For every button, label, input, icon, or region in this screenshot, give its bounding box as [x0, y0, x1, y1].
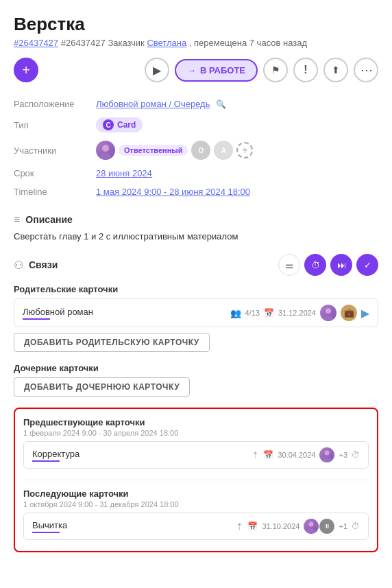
highlighted-cards-section: Предшествующие карточки 1 февраля 2024 9…	[14, 408, 378, 552]
page-container: Верстка #26437427 #26437427 Заказчик Све…	[0, 0, 392, 573]
successor-card-item: Вычитка ⇡ 📅 31.10.2024 II +1 ⏱	[23, 513, 369, 540]
predecessor-person-icon: ⇡	[252, 450, 259, 460]
parent-card-briefcase: 💼	[341, 305, 357, 321]
parent-card-underline	[23, 318, 50, 320]
svg-point-5	[323, 458, 331, 462]
location-search-icon[interactable]: 🔍	[216, 99, 226, 109]
flag-button[interactable]: ⚑	[263, 58, 288, 82]
type-label: Тип	[14, 113, 96, 137]
links-title: Связи	[29, 259, 58, 270]
alert-button[interactable]: !	[293, 58, 318, 82]
status-label: В РАБОТЕ	[200, 65, 245, 75]
links-filter-button[interactable]: ⚌	[278, 254, 300, 276]
successor-card-name[interactable]: Вычитка	[32, 520, 67, 530]
predecessor-card-avatar	[319, 447, 334, 462]
add-parent-card-button[interactable]: ДОБАВИТЬ РОДИТЕЛЬСКУЮ КАРТОЧКУ	[14, 333, 210, 352]
predecessor-calendar-icon: 📅	[263, 450, 273, 460]
successor-card-date: 31.10.2024	[262, 522, 299, 530]
links-actions: ⚌ ⏱ ⏭ ✓	[278, 254, 378, 276]
predecessor-clock-icon: ⏱	[352, 450, 360, 460]
toolbar: + ▶ → В РАБОТЕ ⚑ ! ⬆ ⋯	[14, 58, 378, 82]
add-child-card-button[interactable]: ДОБАВИТЬ ДОЧЕРНЮЮ КАРТОЧКУ	[14, 377, 190, 397]
participants-row: Участники Ответственный O A +	[14, 137, 378, 164]
child-cards-title: Дочерние карточки	[14, 363, 378, 373]
successor-clock-icon: ⏱	[352, 521, 360, 531]
participant-role[interactable]: Ответственный	[119, 145, 188, 156]
deadline-value[interactable]: 28 июня 2024	[96, 168, 152, 178]
predecessor-card-date: 30.04.2024	[278, 451, 315, 459]
svg-point-3	[323, 316, 333, 321]
svg-point-4	[325, 451, 330, 456]
links-clock-button[interactable]: ⏱	[304, 254, 326, 276]
svg-point-1	[100, 153, 111, 160]
links-check-button[interactable]: ✓	[356, 254, 378, 276]
parent-card-avatar	[320, 305, 336, 321]
parent-card-date: 31.12.2024	[278, 309, 316, 317]
play-button[interactable]: ▶	[145, 58, 169, 82]
author-link[interactable]: Светлана	[147, 38, 186, 48]
fields-table: Расположение Любовной роман / Очередь 🔍 …	[14, 95, 378, 201]
links-forward-button[interactable]: ⏭	[330, 254, 352, 276]
description-text: Сверстать главу 1 и 2 с иллюстративным м…	[14, 231, 378, 242]
issue-id-link[interactable]: #26437427	[14, 38, 58, 48]
svg-point-2	[326, 308, 331, 314]
predecessor-cards-group: Предшествующие карточки 1 февраля 2024 9…	[23, 417, 369, 469]
deadline-label: Срок	[14, 164, 96, 183]
parent-card-count: 4/13	[245, 309, 260, 317]
more-button[interactable]: ⋯	[354, 58, 378, 82]
page-subtitle: #26437427 #26437427 Заказчик Светлана , …	[14, 38, 378, 48]
predecessor-extra: +3	[339, 451, 347, 459]
successor-cards-title: Последующие карточки	[23, 489, 369, 499]
location-label: Расположение	[14, 95, 96, 113]
parent-cards-group: Родительские карточки Любовной роман 👥 4…	[14, 284, 378, 352]
type-badge[interactable]: C Card	[96, 117, 143, 132]
share-button[interactable]: ⬆	[323, 58, 348, 82]
svg-point-7	[307, 529, 315, 534]
add-button[interactable]: +	[14, 58, 38, 82]
type-value: Card	[117, 120, 136, 130]
description-section-header: ≡ Описание	[14, 213, 378, 226]
divider	[23, 480, 369, 480]
predecessor-card-underline	[32, 460, 60, 462]
predecessor-cards-title: Предшествующие карточки	[23, 417, 369, 427]
svg-point-6	[309, 522, 314, 527]
successor-card-avatar-2: II	[319, 519, 334, 534]
links-section-header: ⚇ Связи ⚌ ⏱ ⏭ ✓	[14, 254, 378, 276]
predecessor-card-item: Корректура ⇡ 📅 30.04.2024 +3 ⏱	[23, 441, 369, 469]
svg-point-0	[102, 145, 109, 152]
deadline-row: Срок 28 июня 2024	[14, 164, 378, 183]
parent-cards-title: Родительские карточки	[14, 284, 378, 294]
successor-person-icon: ⇡	[236, 521, 243, 532]
links-icon: ⚇	[14, 259, 23, 272]
child-cards-group: Дочерние карточки ДОБАВИТЬ ДОЧЕРНЮЮ КАРТ…	[14, 363, 378, 397]
successor-extra: +1	[339, 522, 347, 530]
participants-icon: 👥	[230, 308, 241, 318]
status-button[interactable]: → В РАБОТЕ	[175, 59, 258, 82]
location-value[interactable]: Любовной роман / Очередь	[96, 99, 210, 109]
add-participant-button[interactable]: +	[236, 142, 253, 158]
timeline-label: Timeline	[14, 183, 96, 201]
participant-avatar-3[interactable]: A	[214, 141, 233, 160]
successor-subtitle: 1 октября 2024 9:00 - 31 декабря 2024 18…	[23, 500, 369, 508]
parent-card-play-icon[interactable]: ▶	[361, 307, 369, 320]
location-row: Расположение Любовной роман / Очередь 🔍	[14, 95, 378, 113]
page-title: Верстка	[14, 14, 378, 35]
parent-card-item: Любовной роман 👥 4/13 📅 31.12.2024 💼 ▶	[14, 298, 378, 327]
successor-cards-group: Последующие карточки 1 октября 2024 9:00…	[23, 489, 369, 540]
status-arrow: →	[187, 65, 196, 75]
predecessor-card-name[interactable]: Корректура	[32, 449, 79, 459]
card-type-icon: C	[103, 119, 114, 130]
successor-card-avatar	[304, 519, 319, 534]
participant-avatar-2[interactable]: O	[191, 141, 210, 160]
participants-label: Участники	[14, 137, 96, 164]
timeline-value[interactable]: 1 мая 2024 9:00 - 28 июня 2024 18:00	[96, 187, 250, 197]
successor-card-underline	[32, 532, 60, 533]
parent-card-name[interactable]: Любовной роман	[23, 307, 93, 317]
successor-calendar-icon: 📅	[247, 521, 258, 531]
description-icon: ≡	[14, 213, 20, 226]
participant-avatar-1[interactable]	[96, 141, 115, 160]
description-title: Описание	[25, 214, 73, 225]
calendar-icon: 📅	[264, 308, 274, 318]
participants-list: Ответственный O A +	[96, 141, 378, 160]
type-row: Тип C Card	[14, 113, 378, 137]
